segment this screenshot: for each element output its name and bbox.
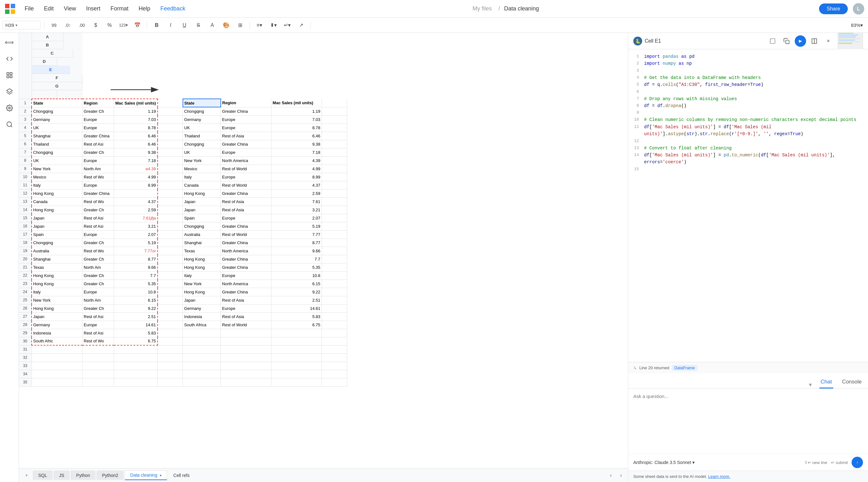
cell-f-19[interactable]: North America [221,247,271,255]
cell-c-27[interactable]: 2.51 [114,312,158,321]
cell-e-18[interactable]: Shanghai [183,239,221,247]
menu-file[interactable]: File [20,3,38,14]
cell-c-17[interactable]: 2.07 [114,230,158,239]
cell-c-9[interactable]: e4.39 [114,164,158,173]
cell-g-31[interactable] [271,345,322,354]
cell-b-4[interactable]: Europe [83,123,114,132]
cell-d-25[interactable] [158,296,183,304]
cell-h-13[interactable] [322,198,347,206]
cell-a-22[interactable]: Hong Kong [32,271,83,279]
cell-b-23[interactable]: Greater Ch [83,279,114,288]
cell-a-5[interactable]: Shanghai [32,132,83,140]
cell-b-3[interactable]: Europe [83,115,114,123]
cell-h-20[interactable] [322,255,347,263]
panel-select-icon[interactable] [767,35,778,47]
col-header-G[interactable]: G [32,82,83,90]
cell-d-22[interactable] [158,271,183,279]
cell-c-19[interactable]: 7.77or [114,247,158,255]
cell-f-17[interactable]: Rest of World [221,230,271,239]
cell-b-33[interactable] [83,362,114,370]
cell-e-15[interactable]: Spain [183,214,221,222]
cell-a-6[interactable]: Thailand [32,140,83,148]
cell-e-35[interactable] [183,378,221,386]
cell-a-27[interactable]: Japan [32,312,83,321]
cell-d-14[interactable] [158,206,183,214]
cell-ref-dropdown-icon[interactable]: ▾ [16,23,18,28]
cell-b-29[interactable]: Rest of Asi [83,329,114,337]
cell-d-32[interactable] [158,354,183,362]
cell-b-15[interactable]: Rest of Asi [83,214,114,222]
cell-h-14[interactable] [322,206,347,214]
cell-c-34[interactable] [114,370,158,378]
cell-c-30[interactable]: 6.75 [114,337,158,345]
cell-e-4[interactable]: UK [183,123,221,132]
cell-a-30[interactable]: South Afric [32,337,83,345]
cell-h-5[interactable] [322,132,347,140]
cell-f-9[interactable]: Rest of World [221,164,271,173]
cell-b-27[interactable]: Rest of Asi [83,312,114,321]
cell-f-7[interactable]: Europe [221,148,271,156]
sheet-tab-sql[interactable]: SQL [33,471,53,480]
cell-b-22[interactable]: Greater Ch [83,271,114,279]
cell-c-18[interactable]: 5.19 [114,239,158,247]
cell-h-18[interactable] [322,239,347,247]
cell-a-20[interactable]: Shanghai [32,255,83,263]
cell-b-12[interactable]: Greater China [83,189,114,198]
cell-c-20[interactable]: 8.77 [114,255,158,263]
model-selector[interactable]: Anthropic: Claude 3.5 Sonnet ▾ [633,460,694,465]
cell-c-6[interactable]: 6.46 [114,140,158,148]
cell-g-14[interactable]: 3.21 [271,206,322,214]
toolbar-decimal-places[interactable]: .00 [76,20,88,31]
cell-f-23[interactable]: North America [221,279,271,288]
cell-g-4[interactable]: 8.78 [271,123,322,132]
cell-c-26[interactable]: 9.22 [114,304,158,312]
sheet-tab-cellrefs[interactable]: Cell refs [168,471,194,480]
cell-b-26[interactable]: Greater Ch [83,304,114,312]
cell-a-2[interactable]: Chongqing [32,107,83,115]
cell-f-28[interactable]: Rest of World [221,321,271,329]
cell-d-13[interactable] [158,198,183,206]
cell-h-8[interactable] [322,156,347,164]
cell-e-24[interactable]: Hong Kong [183,288,221,296]
cell-d-8[interactable] [158,156,183,164]
cell-f-30[interactable] [221,337,271,345]
cell-b-16[interactable]: Rest of Asi [83,222,114,230]
cell-g-35[interactable] [271,378,322,386]
cell-g-8[interactable]: 4.39 [271,156,322,164]
cell-h-35[interactable] [322,378,347,386]
toolbar-percent[interactable]: % [104,20,115,31]
cell-d-17[interactable] [158,230,183,239]
cell-e-19[interactable]: Texas [183,247,221,255]
cell-h-33[interactable] [322,362,347,370]
cell-c-7[interactable]: 9.38 [114,148,158,156]
cell-b-6[interactable]: Rest of Asi [83,140,114,148]
cell-h-19[interactable] [322,247,347,255]
cell-e-30[interactable] [183,337,221,345]
cell-b-18[interactable]: Greater Ch [83,239,114,247]
cell-e-11[interactable]: Canada [183,181,221,189]
sheet-tab-python2[interactable]: Python2 [97,471,124,480]
cell-a-34[interactable] [32,370,83,378]
cell-h-32[interactable] [322,354,347,362]
cell-d-12[interactable] [158,189,183,198]
cell-g-24[interactable]: 9.22 [271,288,322,296]
cell-f-5[interactable]: Rest of Asia [221,132,271,140]
cell-d-3[interactable] [158,115,183,123]
cell-h-15[interactable] [322,214,347,222]
cell-e-16[interactable]: Chongqing [183,222,221,230]
cell-e-26[interactable]: Germany [183,304,221,312]
cell-b-11[interactable]: Europe [83,181,114,189]
toolbar-rotate[interactable]: ↗ [295,20,307,31]
tab-console[interactable]: Console [841,376,863,389]
cell-f-32[interactable] [221,354,271,362]
cell-d-1[interactable] [158,99,183,107]
sheet-nav-right[interactable]: › [617,471,625,480]
menu-edit[interactable]: Edit [39,3,58,14]
cell-e-14[interactable]: Japan [183,206,221,214]
cell-c-4[interactable]: 8.78 [114,123,158,132]
cell-g-32[interactable] [271,354,322,362]
zoom-dropdown-icon[interactable]: ▾ [861,23,863,28]
cell-c-31[interactable] [114,345,158,354]
cell-g-1[interactable]: Mac Sales (mil units) [271,99,322,107]
toolbar-calendar[interactable]: 📅 [132,20,143,31]
